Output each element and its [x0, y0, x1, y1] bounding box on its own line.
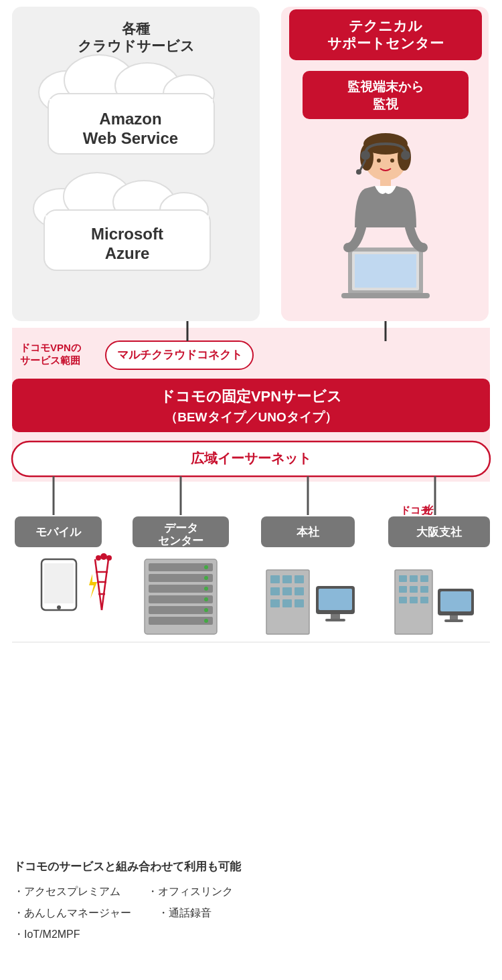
service-range-label-line2: サービス範囲: [20, 355, 80, 366]
aws-label-line2: Web Service: [83, 129, 178, 147]
tower-left-leg: [95, 559, 102, 610]
tower-top-left: [96, 555, 101, 561]
server-led-1: [204, 565, 208, 569]
hq-window-9: [295, 599, 304, 607]
bottom-list: ・アクセスプレミアム ・オフィスリンク ・あんしんマネージャー ・通話録音 ・I…: [13, 881, 489, 945]
person-eye-left: [377, 159, 381, 163]
tower-lightning: [89, 574, 97, 599]
osaka-monitor-stand: [450, 615, 458, 620]
cloud-services-title: 各種: [121, 21, 151, 36]
server-led-6: [204, 619, 208, 623]
datacenter-node-label-line2: センター: [158, 534, 203, 547]
laptop-base: [341, 293, 430, 298]
vpn-bar-line1: ドコモの固定VPNサービス: [160, 388, 342, 405]
main-diagram: 各種 クラウドサービス Amazon Web Service Microsoft…: [0, 0, 502, 836]
hq-window-8: [282, 599, 292, 607]
server-unit-5: [149, 606, 213, 614]
vpn-bar-line2: （BEWタイプ／UNOタイプ）: [165, 410, 337, 424]
person-headset-left: [361, 151, 370, 160]
osaka-window-7: [399, 597, 407, 603]
tech-support-title-line1: テクニカル: [349, 18, 422, 33]
monitor-label-line1: 監視端末から: [347, 80, 424, 94]
hq-window-3: [295, 575, 304, 583]
ethernet-bar-text: 広域イーサーネット: [190, 451, 311, 466]
hq-monitor-stand: [331, 614, 340, 619]
hq-monitor-base: [325, 619, 345, 621]
cloud-services-title-2: クラウドサービス: [78, 38, 195, 54]
osaka-window-9: [420, 597, 428, 603]
monitor-label-line2: 監視: [373, 97, 399, 111]
osaka-monitor-base: [444, 619, 463, 622]
server-unit-1: [149, 563, 213, 571]
tech-support-title-line2: サポートセンター: [327, 35, 444, 51]
osaka-window-2: [410, 575, 418, 582]
list-item-1: ・アクセスプレミアム: [13, 881, 120, 902]
azure-label-line1: Microsoft: [91, 225, 163, 243]
cloud-services-bg: [12, 7, 260, 321]
osaka-window-5: [410, 586, 418, 593]
hq-window-6: [295, 587, 304, 595]
person-headset-mic-tip: [356, 169, 361, 175]
aws-label-line1: Amazon: [99, 110, 161, 128]
service-range-label-line1: ドコモVPNの: [20, 342, 81, 353]
multicloud-badge-text: マルチクラウドコネクト: [117, 349, 242, 361]
bottom-main-text: ドコモのサービスと組み合わせて利用も可能: [13, 859, 489, 874]
mobile-node-label: モバイル: [35, 526, 82, 538]
bottom-list-row-1: ・アクセスプレミアム ・オフィスリンク: [13, 881, 489, 902]
server-unit-3: [149, 585, 213, 593]
azure-label-line2: Azure: [105, 244, 150, 262]
docomo-hikari-label-2: 光: [421, 504, 434, 516]
list-item-4: ・通話録音: [158, 902, 212, 924]
list-item-5: ・IoT/M2MPF: [13, 924, 80, 945]
mobile-tablet-screen: [44, 563, 74, 603]
laptop-screen-inner: [355, 254, 416, 288]
hq-window-2: [282, 575, 292, 583]
tech-support-title-bg: [289, 9, 482, 60]
server-led-2: [204, 576, 208, 580]
list-item-2: ・オフィスリンク: [147, 881, 233, 902]
tower-top-center: [100, 553, 107, 560]
hq-window-4: [270, 587, 280, 595]
monitor-label-bg: [303, 71, 469, 119]
vpn-bar-bg: [12, 379, 490, 432]
osaka-window-8: [410, 597, 418, 603]
osaka-window-1: [399, 575, 407, 582]
bottom-section: ドコモのサービスと組み合わせて利用も可能 ・アクセスプレミアム ・オフィスリンク…: [13, 859, 489, 945]
osaka-window-6: [420, 586, 428, 593]
hq-window-5: [282, 587, 292, 595]
person-headset-right: [401, 151, 410, 160]
bottom-list-row-2: ・あんしんマネージャー ・通話録音: [13, 902, 489, 924]
person-eye-right: [390, 159, 394, 163]
bottom-list-row-3: ・IoT/M2MPF: [13, 924, 489, 945]
osaka-window-4: [399, 586, 407, 593]
server-led-3: [204, 587, 208, 591]
server-led-4: [204, 597, 208, 601]
datacenter-node-label-line1: データ: [164, 522, 198, 534]
hq-node-label: 本社: [296, 526, 320, 538]
hq-monitor-screen: [319, 589, 352, 610]
mobile-tablet-btn: [57, 605, 61, 609]
osaka-window-3: [420, 575, 428, 582]
list-item-3: ・あんしんマネージャー: [13, 902, 131, 924]
server-unit-2: [149, 574, 213, 582]
hq-window-7: [270, 599, 280, 607]
server-unit-6: [149, 617, 213, 625]
tower-right-leg: [102, 559, 108, 610]
server-unit-4: [149, 595, 213, 603]
hq-window-1: [270, 575, 280, 583]
tower-top-right: [106, 555, 112, 561]
osaka-monitor-screen: [440, 591, 471, 611]
osaka-node-label: 大阪支社: [416, 526, 463, 538]
server-led-5: [204, 608, 208, 612]
